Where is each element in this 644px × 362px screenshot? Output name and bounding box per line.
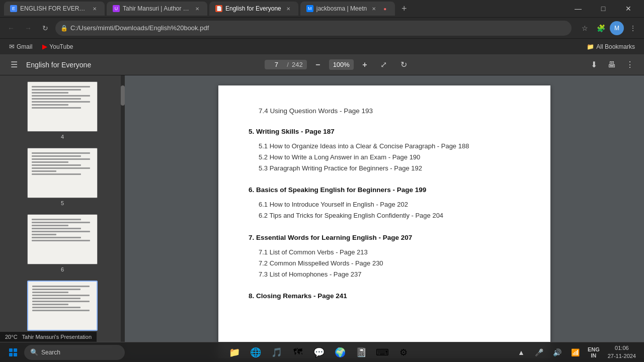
taskbar-time[interactable]: 01:06 27-11-2024 bbox=[604, 344, 640, 360]
thumb-line bbox=[32, 307, 80, 308]
taskbar-app-file-explorer[interactable]: 📁 bbox=[224, 343, 245, 361]
address-input[interactable] bbox=[55, 21, 572, 36]
wifi-icon: 📶 bbox=[571, 348, 580, 356]
pdf-page-area[interactable]: 7.4 Using Question Words - Page 193 5. W… bbox=[125, 75, 644, 358]
tab-1[interactable]: E ENGLISH FOR EVERYONE From... ✕ bbox=[4, 2, 105, 16]
thumb-line bbox=[32, 219, 81, 220]
toc-main-8: 8. Closing Remarks - Page 241 bbox=[249, 291, 520, 301]
page-input-wrapper: / 242 bbox=[265, 60, 306, 69]
win-sq-1 bbox=[9, 348, 13, 352]
toc-sub-6-2: 6.2 Tips and Tricks for Speaking English… bbox=[259, 210, 520, 221]
pdf-more-button[interactable]: ⋮ bbox=[622, 57, 638, 73]
tab-4[interactable]: M jackbosma | Meetn ✕ ● bbox=[300, 2, 395, 16]
bookmark-youtube[interactable]: ▶ YouTube bbox=[38, 41, 77, 52]
profile-button[interactable]: M bbox=[610, 21, 624, 35]
fit-icon: ⤢ bbox=[380, 60, 387, 69]
settings-gear-icon: ⚙ bbox=[399, 347, 408, 358]
toc-sub-5-1: 5.1 How to Organize Ideas into a Clear &… bbox=[259, 141, 520, 152]
back-button[interactable]: ← bbox=[4, 21, 18, 35]
thumbnail-sidebar[interactable]: 4 5 bbox=[0, 75, 125, 358]
thumbnail-6[interactable]: 6 bbox=[25, 212, 100, 275]
thumb-line bbox=[32, 101, 90, 103]
tab-1-close[interactable]: ✕ bbox=[91, 5, 99, 13]
taskbar-app-terminal[interactable]: ⌨ bbox=[372, 343, 392, 361]
taskbar-search[interactable]: 🔍 Search bbox=[24, 345, 125, 360]
thumb-line bbox=[32, 92, 68, 94]
partial-top-entry: 7.4 Using Question Words - Page 193 bbox=[249, 106, 520, 117]
taskbar-app-edge[interactable]: 🌐 bbox=[246, 343, 266, 361]
fit-page-button[interactable]: ⤢ bbox=[376, 57, 392, 73]
bookmark-star-icon[interactable]: ☆ bbox=[578, 21, 592, 35]
taskbar-app-onenote[interactable]: 📓 bbox=[351, 343, 371, 361]
bookmark-gmail[interactable]: ✉ Gmail bbox=[5, 41, 36, 52]
zoom-in-button[interactable]: + bbox=[358, 58, 372, 72]
new-tab-button[interactable]: + bbox=[397, 2, 411, 16]
tab-2-title: Tahir Mansuri | Author | Udemy bbox=[123, 5, 190, 12]
bookmarks-bar: ✉ Gmail ▶ YouTube 📁 All Bookmarks bbox=[0, 38, 644, 54]
music-icon: 🎵 bbox=[271, 347, 282, 358]
thumbnail-4-number: 4 bbox=[61, 134, 64, 140]
extensions-icon[interactable]: 🧩 bbox=[594, 21, 608, 35]
taskbar-network-icon[interactable]: 📶 bbox=[568, 344, 584, 360]
start-button[interactable] bbox=[4, 343, 22, 361]
thumbnail-4[interactable]: 4 bbox=[25, 79, 100, 142]
taskbar-volume-icon[interactable]: 🔊 bbox=[549, 344, 566, 360]
onenote-icon: 📓 bbox=[356, 347, 367, 358]
refresh-button[interactable]: ↻ bbox=[38, 21, 52, 35]
thumb-line bbox=[32, 228, 81, 229]
taskbar-app-maps[interactable]: 🗺 bbox=[288, 343, 308, 361]
clock-date: 27-11-2024 bbox=[608, 352, 636, 360]
toc-sub-7-1: 7.1 List of Common Verbs - Page 213 bbox=[259, 247, 520, 258]
toc-sub-7-2: 7.2 Common Misspelled Words - Page 230 bbox=[259, 258, 520, 269]
download-button[interactable]: ⬇ bbox=[586, 57, 602, 73]
youtube-label: YouTube bbox=[49, 43, 73, 50]
language-indicator[interactable]: ENG IN bbox=[586, 346, 602, 358]
page-number-input[interactable] bbox=[269, 61, 284, 68]
window-controls: — □ ✕ bbox=[567, 0, 640, 17]
tab-4-close[interactable]: ✕ bbox=[370, 5, 378, 13]
thumb-line bbox=[32, 225, 68, 226]
thumb-line bbox=[32, 104, 68, 106]
toc-section-6: 6. Basics of Speaking English for Beginn… bbox=[249, 185, 520, 221]
thumb-line bbox=[32, 295, 90, 296]
maximize-button[interactable]: □ bbox=[592, 0, 615, 17]
zoom-out-button[interactable]: − bbox=[311, 58, 325, 72]
browser-menu-icon[interactable]: ⋮ bbox=[626, 21, 640, 35]
tab-3[interactable]: 📄 English for Everyone ✕ bbox=[209, 2, 298, 16]
tab-2-close[interactable]: ✕ bbox=[193, 5, 201, 13]
rotate-button[interactable]: ↻ bbox=[396, 57, 412, 73]
taskbar-apps: 📁 🌐 🎵 🗺 💬 🌍 📓 ⌨ ⚙ bbox=[127, 343, 511, 361]
taskbar-notifications-icon[interactable]: ▲ bbox=[513, 344, 529, 360]
volume-icon: 🔊 bbox=[553, 348, 561, 356]
minimize-button[interactable]: — bbox=[567, 0, 590, 17]
tab-4-title: jackbosma | Meetn bbox=[316, 5, 367, 12]
gmail-icon: ✉ bbox=[9, 43, 15, 50]
thumb-line bbox=[32, 298, 80, 299]
thumb-line bbox=[32, 89, 81, 90]
taskbar-app-whatsapp[interactable]: 💬 bbox=[309, 343, 329, 361]
pdf-toolbar: ☰ English for Everyone / 242 − 100% + ⤢ … bbox=[0, 54, 644, 75]
sidebar-scrollbar[interactable] bbox=[121, 75, 125, 358]
bookmarks-right: 📁 All Bookmarks bbox=[583, 41, 639, 52]
taskbar-app-music[interactable]: 🎵 bbox=[267, 343, 287, 361]
thumb-line bbox=[32, 158, 90, 160]
taskbar-mic-icon[interactable]: 🎤 bbox=[531, 344, 547, 360]
thumbnail-5-frame bbox=[27, 148, 98, 198]
taskbar-app-settings[interactable]: ⚙ bbox=[393, 343, 414, 361]
rotate-icon: ↻ bbox=[400, 60, 407, 69]
up-arrow-icon: ▲ bbox=[518, 348, 525, 356]
thumb-line bbox=[32, 95, 90, 97]
taskbar-app-chrome[interactable]: 🌍 bbox=[330, 343, 350, 361]
print-button[interactable]: 🖶 bbox=[604, 57, 620, 73]
forward-button[interactable]: → bbox=[21, 21, 35, 35]
bookmarks-folder-icon: 📁 bbox=[587, 43, 594, 50]
all-bookmarks-button[interactable]: 📁 All Bookmarks bbox=[583, 41, 639, 52]
thumbnail-5[interactable]: 5 bbox=[25, 146, 100, 208]
zoom-level: 100% bbox=[329, 59, 354, 70]
tab-2[interactable]: U Tahir Mansuri | Author | Udemy ✕ bbox=[107, 2, 207, 16]
youtube-icon: ▶ bbox=[42, 43, 47, 50]
sidebar-toggle-button[interactable]: ☰ bbox=[6, 57, 22, 73]
close-button[interactable]: ✕ bbox=[617, 0, 640, 17]
tab-3-close[interactable]: ✕ bbox=[284, 5, 292, 13]
clock-time: 01:06 bbox=[615, 344, 629, 352]
